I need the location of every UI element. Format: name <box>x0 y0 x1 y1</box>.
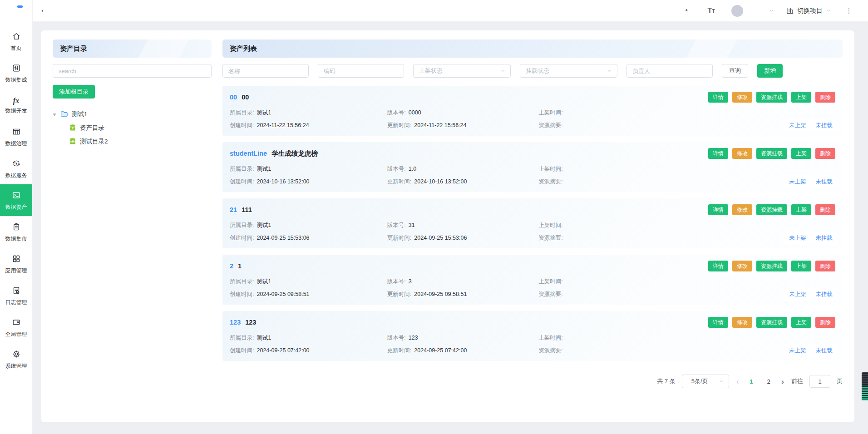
page-size-select[interactable]: 5条/页 <box>682 375 729 388</box>
sidebar-item-data-integration[interactable]: 数据集成 <box>0 57 32 89</box>
catalog-search-input[interactable] <box>53 64 212 78</box>
name-filter-input[interactable] <box>222 64 309 78</box>
sidebar-item-home[interactable]: 首页 <box>0 25 32 57</box>
add-root-directory-button[interactable]: 添加根目录 <box>53 85 95 99</box>
asset-code-link[interactable]: 00 <box>230 94 237 101</box>
detail-button[interactable]: 详情 <box>708 148 728 159</box>
asset-code-link[interactable]: 123 <box>230 319 241 326</box>
page-number[interactable]: 2 <box>763 378 774 385</box>
goto-page-input[interactable] <box>809 375 830 388</box>
not-mounted-link[interactable]: 未挂载 <box>816 234 833 242</box>
status-links: 未上架 未挂载 <box>784 232 838 245</box>
font-size-icon[interactable]: TT <box>707 7 715 15</box>
not-shelved-link[interactable]: 未上架 <box>789 122 806 129</box>
add-asset-button[interactable]: 新增 <box>757 64 783 78</box>
prev-page-button[interactable]: ‹ <box>735 378 740 385</box>
resource-mount-button[interactable]: 资源挂载 <box>756 317 787 328</box>
delete-button[interactable]: 删除 <box>815 92 835 103</box>
sidebar-item-data-service[interactable]: ¥ 数据服务 <box>0 153 32 184</box>
mount-status-select[interactable]: 挂载状态 <box>520 64 617 78</box>
field-label: 更新时间: <box>387 291 411 297</box>
not-mounted-link[interactable]: 未挂载 <box>816 347 833 355</box>
detail-button[interactable]: 详情 <box>708 92 728 103</box>
detail-button[interactable]: 详情 <box>708 317 728 328</box>
avatar[interactable] <box>731 5 743 17</box>
asset-code-link[interactable]: 21 <box>230 206 237 213</box>
not-shelved-link[interactable]: 未上架 <box>789 234 806 242</box>
pagination: 共 7 条 5条/页 ‹ 1 2 › 前往 页 <box>222 375 843 388</box>
modify-button[interactable]: 修改 <box>732 204 752 215</box>
query-button[interactable]: 查询 <box>722 64 748 78</box>
collapse-menu-icon[interactable] <box>40 6 49 15</box>
owner-filter-input[interactable] <box>626 64 713 78</box>
switch-project-button[interactable]: 切换项目 <box>786 7 832 15</box>
sidebar-item-data-asset[interactable]: 数据资产 <box>0 184 32 216</box>
sidebar-item-data-mart[interactable]: 数据集市 <box>0 216 32 248</box>
delete-button[interactable]: 删除 <box>815 261 835 271</box>
asset-details: 所属目录:测试1 版本号:0000 上架时间: 创建时间:2024-11-22 … <box>230 109 835 129</box>
sidebar-item-log-management[interactable]: 日志管理 <box>0 280 32 311</box>
asset-details: 所属目录:测试1 版本号:3 上架时间: 创建时间:2024-09-25 09:… <box>230 278 835 298</box>
caret-down-icon[interactable] <box>53 113 56 118</box>
sidebar-item-label: 数据开发 <box>5 108 27 113</box>
resource-mount-button[interactable]: 资源挂载 <box>756 92 787 103</box>
field-label: 资源摘要: <box>538 347 562 354</box>
divider <box>811 123 811 128</box>
shelf-button[interactable]: 上架 <box>791 317 811 328</box>
tree-node-root[interactable]: 测试1 <box>53 108 212 121</box>
code-filter-input[interactable] <box>318 64 404 78</box>
sidebar-item-system-management[interactable]: 系统管理 <box>0 343 32 375</box>
status-links: 未上架 未挂载 <box>784 119 838 132</box>
asset-code-link[interactable]: 2 <box>230 262 233 270</box>
resource-mount-button[interactable]: 资源挂载 <box>756 148 787 159</box>
modify-button[interactable]: 修改 <box>732 92 752 103</box>
kebab-menu-icon[interactable] <box>845 7 853 15</box>
asset-actions: 详情 修改 资源挂载 上架 删除 <box>708 92 835 103</box>
not-mounted-link[interactable]: 未挂载 <box>816 291 833 298</box>
sidebar-item-global-management[interactable]: 全局管理 <box>0 311 32 343</box>
delete-button[interactable]: 删除 <box>815 204 835 215</box>
detail-button[interactable]: 详情 <box>708 204 728 215</box>
sidebar-item-data-governance[interactable]: 数据治理 <box>0 121 32 153</box>
app-logo <box>0 0 32 22</box>
modify-button[interactable]: 修改 <box>732 148 752 159</box>
delete-button[interactable]: 删除 <box>815 148 835 159</box>
field-value: 31 <box>409 222 415 228</box>
detail-button[interactable]: 详情 <box>708 261 728 271</box>
sidebar-item-label: 数据集成 <box>5 77 27 83</box>
not-mounted-link[interactable]: 未挂载 <box>816 122 833 129</box>
svg-text:¥: ¥ <box>15 162 17 166</box>
field-value: 2024-11-22 15:56:24 <box>414 122 466 128</box>
sidebar-item-data-development[interactable]: fx 数据开发 <box>0 89 32 121</box>
sidebar-item-app-management[interactable]: 应用管理 <box>0 248 32 280</box>
modify-button[interactable]: 修改 <box>732 317 752 328</box>
watermark-a-icon[interactable]: A <box>683 6 692 15</box>
not-shelved-link[interactable]: 未上架 <box>789 347 806 355</box>
not-mounted-link[interactable]: 未挂载 <box>816 178 833 186</box>
not-shelved-link[interactable]: 未上架 <box>789 178 806 186</box>
tree-node-child[interactable]: ¥ 资产目录 <box>69 121 212 135</box>
page-number[interactable]: 1 <box>746 378 757 385</box>
asset-code-link[interactable]: studentLine <box>230 150 267 157</box>
modify-button[interactable]: 修改 <box>732 261 752 271</box>
delete-button[interactable]: 删除 <box>815 317 835 328</box>
tree-node-child[interactable]: ¥ 测试目录2 <box>69 135 212 148</box>
status-links: 未上架 未挂载 <box>784 175 838 188</box>
not-shelved-link[interactable]: 未上架 <box>789 291 806 298</box>
next-page-button[interactable]: › <box>780 378 785 385</box>
shelf-button[interactable]: 上架 <box>791 148 811 159</box>
field-value: 2024-09-25 07:42:00 <box>256 347 309 354</box>
main-content: 资产目录 添加根目录 测试1 ¥ 资产目录 ¥ 测试目录2 <box>33 22 868 434</box>
field-label: 版本号: <box>387 335 406 341</box>
edge-drag-handle[interactable] <box>862 372 868 400</box>
field-label: 创建时间: <box>230 347 254 354</box>
shelf-button[interactable]: 上架 <box>791 261 811 271</box>
shelf-button[interactable]: 上架 <box>791 92 811 103</box>
resource-mount-button[interactable]: 资源挂载 <box>756 261 787 271</box>
shelf-button[interactable]: 上架 <box>791 204 811 215</box>
resource-mount-button[interactable]: 资源挂载 <box>756 204 787 215</box>
sidebar-item-label: 日志管理 <box>5 300 27 305</box>
shelf-status-select[interactable]: 上架状态 <box>413 64 511 78</box>
field-value: 2024-10-16 13:52:00 <box>414 178 467 185</box>
chevron-down-icon[interactable] <box>769 8 774 14</box>
